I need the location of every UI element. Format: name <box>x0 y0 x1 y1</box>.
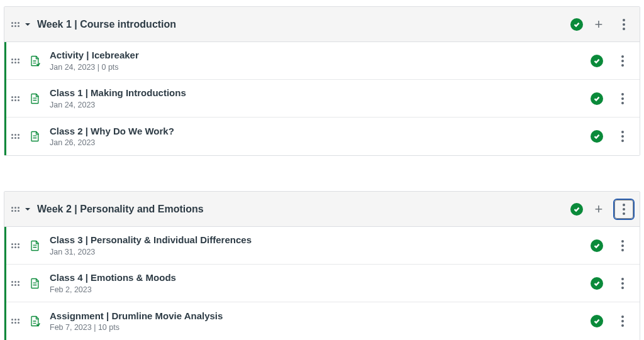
add-item-button[interactable]: + <box>589 15 608 34</box>
item-drag-handle[interactable] <box>11 280 19 287</box>
module-drag-handle[interactable] <box>11 206 19 213</box>
item-meta: Jan 24, 2023 <box>50 101 591 109</box>
item-actions <box>591 89 633 108</box>
more-options-button[interactable] <box>613 236 632 255</box>
kebab-icon <box>621 278 624 289</box>
module-title: Week 2 | Personality and Emotions <box>37 204 570 215</box>
more-options-button[interactable] <box>613 274 632 293</box>
kebab-icon <box>621 315 624 327</box>
more-options-button[interactable] <box>613 127 632 146</box>
item-main: Assignment | Drumline Movie AnalysisFeb … <box>50 310 591 332</box>
item-actions <box>591 274 633 293</box>
module: Week 1 | Course introduction+Activity | … <box>4 6 640 156</box>
assignment-icon <box>28 55 41 67</box>
item-meta: Jan 26, 2023 <box>50 138 591 147</box>
item-title-link[interactable]: Class 1 | Making Introductions <box>50 87 591 99</box>
plus-icon: + <box>595 18 603 31</box>
published-badge-icon <box>591 55 603 67</box>
kebab-icon <box>621 93 624 104</box>
page-icon <box>28 92 41 105</box>
item-drag-handle[interactable] <box>11 133 19 140</box>
module-title: Week 1 | Course introduction <box>37 19 570 30</box>
module-drag-handle[interactable] <box>11 21 19 28</box>
module-body: Class 3 | Personality & Individual Diffe… <box>4 227 640 340</box>
item-title-link[interactable]: Class 2 | Why Do We Work? <box>50 126 591 138</box>
plus-icon: + <box>595 202 603 216</box>
module-header: Week 2 | Personality and Emotions+ <box>4 192 640 227</box>
item-drag-handle[interactable] <box>11 95 19 102</box>
module-item: Class 1 | Making IntroductionsJan 24, 20… <box>6 80 640 118</box>
kebab-icon <box>621 55 624 67</box>
item-main: Class 2 | Why Do We Work?Jan 26, 2023 <box>50 126 591 148</box>
item-actions <box>591 236 633 255</box>
module-header-actions: + <box>570 15 633 34</box>
item-meta: Feb 7, 2023 | 10 pts <box>50 323 591 332</box>
kebab-icon <box>621 131 624 142</box>
kebab-icon <box>623 204 625 215</box>
module-item: Class 2 | Why Do We Work?Jan 26, 2023 <box>6 118 640 155</box>
module-item: Class 3 | Personality & Individual Diffe… <box>6 227 640 265</box>
page-icon <box>28 239 41 252</box>
published-badge-icon <box>591 239 603 252</box>
more-options-button[interactable] <box>613 52 632 70</box>
item-title-link[interactable]: Class 3 | Personality & Individual Diffe… <box>50 234 591 246</box>
item-title-link[interactable]: Activity | Icebreaker <box>50 50 591 62</box>
collapse-caret-icon[interactable] <box>22 21 33 28</box>
page-icon <box>28 277 41 290</box>
item-meta: Jan 31, 2023 <box>50 248 591 256</box>
more-options-button[interactable] <box>613 89 632 108</box>
collapse-caret-icon[interactable] <box>22 206 33 212</box>
item-actions <box>591 312 633 331</box>
published-badge-icon <box>591 277 603 290</box>
published-badge-icon <box>591 315 603 327</box>
published-badge-icon <box>570 18 583 31</box>
more-options-button[interactable] <box>614 15 633 34</box>
kebab-icon <box>621 240 624 251</box>
item-drag-handle[interactable] <box>11 317 19 325</box>
module-header: Week 1 | Course introduction+ <box>4 7 640 42</box>
published-badge-icon <box>570 203 583 216</box>
item-actions <box>591 127 633 146</box>
item-main: Activity | IcebreakerJan 24, 2023 | 0 pt… <box>50 50 591 72</box>
item-meta: Feb 2, 2023 <box>50 285 591 294</box>
more-options-button[interactable] <box>613 312 632 331</box>
item-meta: Jan 24, 2023 | 0 pts <box>50 63 591 72</box>
item-actions <box>591 52 633 70</box>
add-item-button[interactable]: + <box>589 200 608 219</box>
item-drag-handle[interactable] <box>11 242 19 250</box>
item-title-link[interactable]: Class 4 | Emotions & Moods <box>50 272 591 284</box>
module-header-actions: + <box>570 200 633 219</box>
module: Week 2 | Personality and Emotions+Class … <box>4 191 640 340</box>
item-title-link[interactable]: Assignment | Drumline Movie Analysis <box>50 310 591 322</box>
published-badge-icon <box>591 130 603 143</box>
assignment-icon <box>28 315 41 327</box>
published-badge-icon <box>591 92 603 105</box>
item-main: Class 4 | Emotions & MoodsFeb 2, 2023 <box>50 272 591 294</box>
module-item: Assignment | Drumline Movie AnalysisFeb … <box>6 302 640 340</box>
item-drag-handle[interactable] <box>11 57 19 65</box>
kebab-icon <box>623 19 625 30</box>
module-item: Class 4 | Emotions & MoodsFeb 2, 2023 <box>6 265 640 302</box>
module-item: Activity | IcebreakerJan 24, 2023 | 0 pt… <box>6 42 640 80</box>
item-main: Class 3 | Personality & Individual Diffe… <box>50 234 591 256</box>
module-body: Activity | IcebreakerJan 24, 2023 | 0 pt… <box>4 42 640 155</box>
item-main: Class 1 | Making IntroductionsJan 24, 20… <box>50 87 591 109</box>
page-icon <box>28 130 41 143</box>
more-options-button[interactable] <box>614 200 633 219</box>
